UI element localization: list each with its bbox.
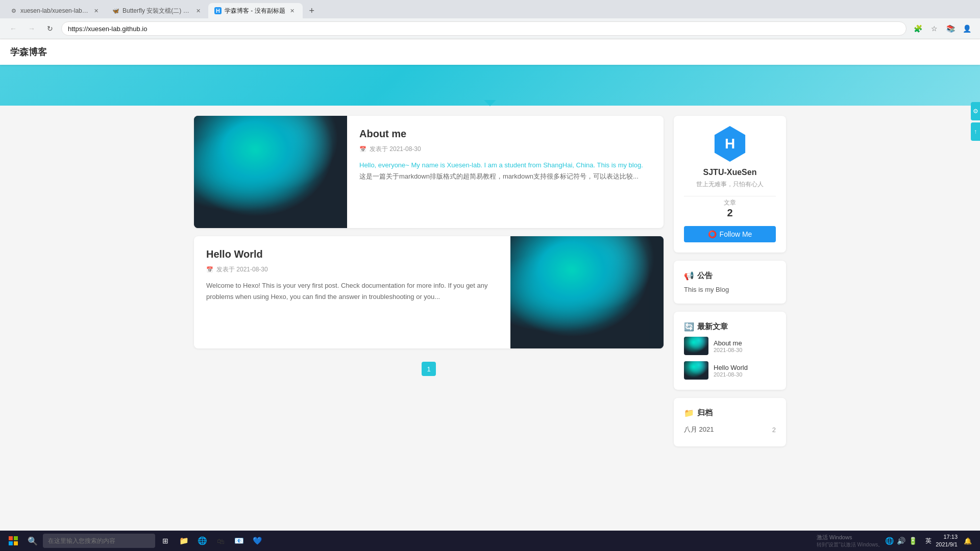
- recent-post-1-info: About me 2021-08-30: [714, 339, 742, 353]
- tab-github-close[interactable]: ✕: [92, 7, 100, 15]
- recent-post-1-thumb-smoke: [684, 337, 708, 355]
- url-text: https://xuesen-lab.github.io: [68, 25, 147, 33]
- recent-posts-card: 🔄 最新文章 About me 2021-08-30 Hello World: [674, 312, 786, 390]
- recent-post-2-thumb: [684, 361, 708, 380]
- profile-icon[interactable]: 👤: [960, 21, 974, 36]
- post-hello-world-content: Hello World 📅 发表于 2021-08-30 Welcome to …: [194, 236, 510, 348]
- follow-icon: ⭕: [708, 230, 717, 238]
- recent-post-2[interactable]: Hello World 2021-08-30: [684, 361, 776, 380]
- post-about-me-excerpt: Hello, everyone~ My name is Xuesen-lab. …: [359, 160, 651, 182]
- favorites-icon[interactable]: ☆: [927, 21, 941, 36]
- calendar-icon-2: 📅: [206, 266, 213, 273]
- recent-post-1[interactable]: About me 2021-08-30: [684, 337, 776, 355]
- page-1-button[interactable]: 1: [422, 362, 436, 376]
- recent-posts-title-text: 最新文章: [697, 322, 728, 332]
- tab-blog[interactable]: H 学森博客 - 没有副标题 ✕: [208, 3, 303, 18]
- main-content: About me 📅 发表于 2021-08-30 Hello, everyon…: [184, 106, 796, 457]
- profile-divider: [684, 196, 776, 196]
- tab-blog-favicon: H: [214, 7, 222, 14]
- post-hello-world-smoke: [510, 236, 664, 348]
- tab-github-favicon: ⚙: [10, 7, 17, 14]
- toolbar-icons: 🧩 ☆ 📚 👤: [911, 21, 974, 36]
- archive-item-1-label: 八月 2021: [684, 425, 714, 434]
- recent-posts-title: 🔄 最新文章: [684, 322, 776, 332]
- articles-label: 文章: [684, 198, 776, 207]
- articles-count: 2: [684, 207, 776, 219]
- post-card-hello-world[interactable]: Hello World 📅 发表于 2021-08-30 Welcome to …: [194, 236, 664, 348]
- post-about-me-image: [194, 116, 347, 228]
- pagination: 1: [194, 357, 664, 381]
- recent-post-1-date: 2021-08-30: [714, 347, 742, 353]
- tab-blog-label: 学森博客 - 没有副标题: [225, 7, 285, 15]
- archive-item-1-count: 2: [772, 426, 776, 434]
- forward-button[interactable]: →: [24, 21, 39, 36]
- recent-post-2-thumb-smoke: [684, 361, 708, 380]
- scroll-down-button[interactable]: ↑: [971, 122, 980, 141]
- archive-item-1[interactable]: 八月 2021 2: [684, 423, 776, 436]
- post-hello-world-title[interactable]: Hello World: [206, 248, 498, 260]
- calendar-icon: 📅: [359, 146, 366, 153]
- back-button[interactable]: ←: [6, 21, 20, 36]
- post-about-me-meta: 📅 发表于 2021-08-30: [359, 145, 651, 154]
- archive-title: 📁 归档: [684, 408, 776, 418]
- scroll-up-button[interactable]: ⚙: [971, 102, 980, 120]
- profile-hexagon: H: [712, 126, 748, 162]
- post-hello-world-meta: 📅 发表于 2021-08-30: [206, 265, 498, 274]
- recent-post-2-title: Hello World: [714, 364, 748, 371]
- follow-button[interactable]: ⭕ Follow Me: [684, 226, 776, 242]
- notice-title: 📢 公告: [684, 271, 776, 281]
- post-about-me-date: 发表于 2021-08-30: [370, 145, 421, 154]
- post-about-me-title[interactable]: About me: [359, 128, 651, 140]
- notice-text: This is my Blog: [684, 286, 776, 293]
- recent-post-2-info: Hello World 2021-08-30: [714, 364, 748, 378]
- hero-banner: [0, 65, 980, 106]
- profile-name: SJTU-XueSen: [684, 168, 776, 177]
- collections-icon[interactable]: 📚: [943, 21, 958, 36]
- site-title: 学森博客: [10, 46, 47, 58]
- post-hello-world-date: 发表于 2021-08-30: [216, 265, 268, 274]
- archive-icon: 📁: [684, 408, 694, 418]
- post-about-me-smoke: [194, 116, 347, 228]
- tab-github-label: xuesen-lab/xuesen-lab.github.io: [20, 7, 89, 14]
- posts-area: About me 📅 发表于 2021-08-30 Hello, everyon…: [194, 116, 664, 446]
- notice-title-text: 公告: [697, 271, 713, 281]
- sidebar: H SJTU-XueSen 世上无难事，只怕有心人 文章 2 ⭕ Follow …: [674, 116, 786, 446]
- post-card-about-me[interactable]: About me 📅 发表于 2021-08-30 Hello, everyon…: [194, 116, 664, 228]
- recent-post-1-thumb: [684, 337, 708, 355]
- recent-post-2-date: 2021-08-30: [714, 371, 748, 378]
- notice-icon: 📢: [684, 271, 694, 281]
- extensions-icon[interactable]: 🧩: [911, 21, 925, 36]
- archive-title-text: 归档: [697, 408, 713, 418]
- tab-butterfly-close[interactable]: ✕: [194, 7, 202, 15]
- recent-posts-icon: 🔄: [684, 322, 694, 332]
- post-about-me-content: About me 📅 发表于 2021-08-30 Hello, everyon…: [347, 116, 664, 228]
- url-bar[interactable]: https://xuesen-lab.github.io: [61, 21, 906, 36]
- tab-butterfly[interactable]: 🦋 Butterfly 安裝文檔(二) 主題頁面... ✕: [106, 3, 208, 18]
- site-header: 学森博客: [0, 39, 980, 65]
- new-tab-button[interactable]: +: [305, 4, 319, 18]
- tab-bar: ⚙ xuesen-lab/xuesen-lab.github.io ✕ 🦋 Bu…: [0, 0, 980, 18]
- post-hello-world-image: [510, 236, 664, 348]
- tab-butterfly-label: Butterfly 安裝文檔(二) 主題頁面...: [122, 7, 191, 15]
- archive-card: 📁 归档 八月 2021 2: [674, 398, 786, 446]
- browser-chrome: ⚙ xuesen-lab/xuesen-lab.github.io ✕ 🦋 Bu…: [0, 0, 980, 39]
- address-bar: ← → ↻ https://xuesen-lab.github.io 🧩 ☆ 📚…: [0, 18, 980, 39]
- follow-label: Follow Me: [720, 230, 752, 238]
- profile-motto: 世上无难事，只怕有心人: [684, 180, 776, 189]
- tab-butterfly-favicon: 🦋: [112, 7, 119, 14]
- tab-blog-close[interactable]: ✕: [288, 7, 297, 15]
- recent-post-1-title: About me: [714, 339, 742, 347]
- profile-card: H SJTU-XueSen 世上无难事，只怕有心人 文章 2 ⭕ Follow …: [674, 116, 786, 253]
- refresh-button[interactable]: ↻: [43, 21, 57, 36]
- notice-card: 📢 公告 This is my Blog: [674, 261, 786, 304]
- post-hello-world-excerpt: Welcome to Hexo! This is your very first…: [206, 280, 498, 303]
- hero-chevron: [484, 100, 496, 106]
- profile-stats: 文章 2: [684, 198, 776, 219]
- tab-github[interactable]: ⚙ xuesen-lab/xuesen-lab.github.io ✕: [4, 3, 106, 18]
